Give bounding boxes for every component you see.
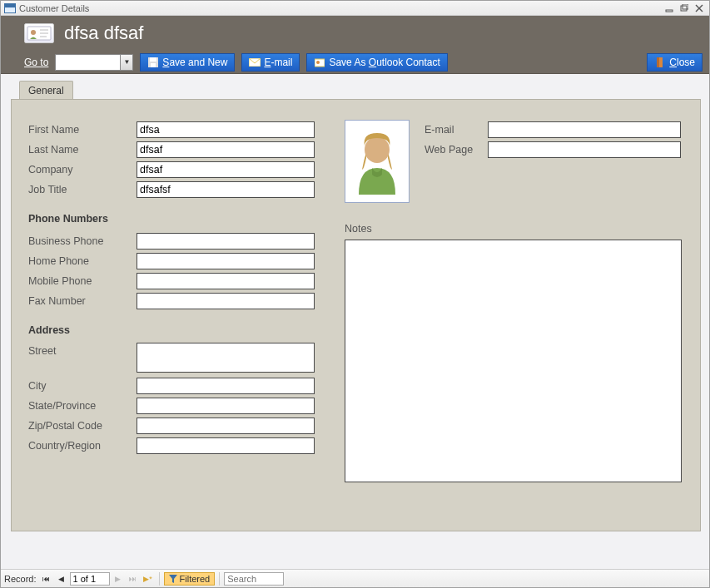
first-name-field[interactable] (137, 121, 315, 138)
svg-rect-0 (666, 10, 673, 12)
goto-combo[interactable]: ▼ (55, 54, 133, 71)
record-label: Record: (4, 574, 37, 584)
notes-label: Notes (345, 223, 682, 235)
nav-first-button[interactable]: ⏮ (40, 572, 53, 586)
form-icon (4, 3, 16, 13)
first-name-label: First Name (28, 124, 137, 136)
toolbar: Go to ▼ Save and New E-mail Save As Outl… (1, 51, 709, 74)
webpage-field[interactable] (488, 141, 681, 158)
city-label: City (28, 380, 137, 392)
restore-button[interactable] (678, 2, 691, 14)
tab-general[interactable]: General (19, 81, 73, 99)
save-as-outlook-button[interactable]: Save As Outlook Contact (306, 53, 447, 72)
tab-strip: General (11, 81, 701, 99)
svg-rect-2 (683, 4, 688, 9)
funnel-icon (169, 575, 177, 583)
state-field[interactable] (137, 398, 315, 414)
form-body: General First Name Last Name Company Job… (1, 74, 709, 569)
svg-point-18 (365, 136, 390, 163)
phone-section-title: Phone Numbers (28, 213, 328, 225)
svg-rect-17 (657, 57, 659, 67)
home-phone-field[interactable] (137, 253, 315, 269)
mobile-phone-field[interactable] (137, 273, 315, 289)
email-label: E-mail (425, 124, 488, 136)
outlook-icon (314, 57, 325, 67)
svg-rect-11 (150, 57, 156, 62)
window-title: Customer Details (19, 3, 89, 13)
email-icon (249, 57, 261, 67)
svg-point-6 (31, 30, 36, 35)
page-title: dfsa dfsaf (64, 22, 143, 44)
nav-next-button[interactable]: ▶ (112, 572, 125, 586)
save-icon (147, 57, 159, 67)
nav-last-button[interactable]: ⏭ (127, 572, 140, 586)
svg-rect-14 (315, 59, 325, 67)
minimize-button[interactable] (663, 2, 676, 14)
save-and-new-button[interactable]: Save and New (140, 53, 235, 72)
state-label: State/Province (28, 400, 137, 412)
email-field[interactable] (488, 121, 681, 138)
svg-rect-1 (681, 6, 687, 11)
door-icon (654, 57, 666, 67)
company-field[interactable] (137, 161, 315, 178)
fax-field[interactable] (137, 293, 315, 309)
form-header: dfsa dfsaf (1, 16, 709, 51)
business-phone-field[interactable] (137, 233, 315, 250)
goto-label: Go to (24, 57, 48, 68)
svg-rect-12 (151, 63, 156, 67)
address-section-title: Address (28, 324, 328, 336)
close-window-button[interactable] (693, 2, 706, 14)
goto-input[interactable] (55, 54, 120, 71)
country-label: Country/Region (28, 440, 137, 452)
zip-field[interactable] (137, 418, 315, 434)
company-label: Company (28, 164, 137, 175)
svg-marker-19 (169, 575, 177, 583)
last-name-field[interactable] (137, 141, 315, 158)
email-button[interactable]: E-mail (241, 53, 300, 72)
nav-new-button[interactable]: ▶* (142, 572, 155, 586)
job-title-label: Job Title (28, 184, 137, 195)
fax-label: Fax Number (28, 295, 137, 307)
street-label: Street (28, 343, 137, 357)
filtered-indicator[interactable]: Filtered (164, 572, 216, 586)
home-phone-label: Home Phone (28, 255, 137, 267)
notes-field[interactable] (345, 240, 682, 482)
business-phone-label: Business Phone (28, 235, 137, 247)
contact-card-icon (24, 23, 54, 43)
street-field[interactable] (137, 343, 315, 373)
webpage-label: Web Page (425, 144, 488, 156)
record-search-box[interactable] (224, 572, 284, 586)
window-titlebar: Customer Details (1, 1, 709, 16)
close-button[interactable]: Close (647, 53, 703, 72)
nav-prev-button[interactable]: ◀ (55, 572, 68, 586)
contact-photo[interactable] (345, 120, 410, 203)
record-position-box[interactable] (70, 572, 110, 586)
goto-dropdown-arrow[interactable]: ▼ (120, 54, 133, 71)
zip-label: Zip/Postal Code (28, 420, 137, 432)
last-name-label: Last Name (28, 144, 137, 156)
country-field[interactable] (137, 437, 315, 454)
mobile-phone-label: Mobile Phone (28, 275, 137, 287)
job-title-field[interactable] (137, 181, 315, 198)
record-navigator: Record: ⏮ ◀ ▶ ⏭ ▶* Filtered (1, 569, 709, 587)
general-panel: First Name Last Name Company Job Title P… (11, 99, 701, 531)
city-field[interactable] (137, 378, 315, 394)
svg-point-15 (316, 61, 320, 64)
